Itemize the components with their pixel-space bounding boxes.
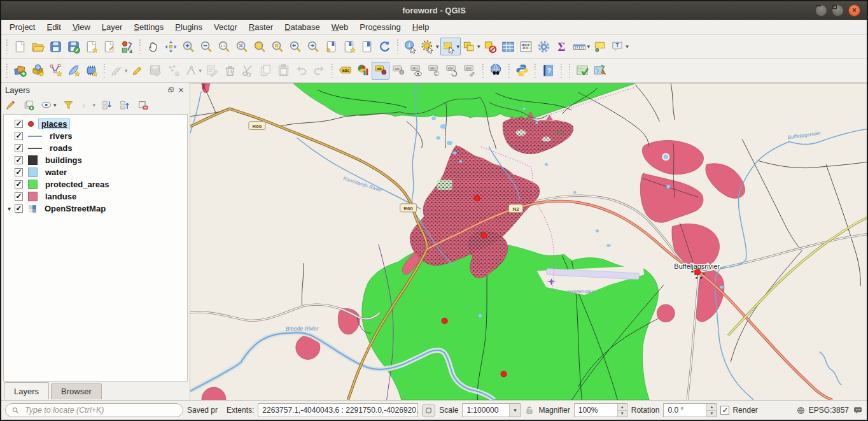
new-spatialite-layer-button[interactable] bbox=[64, 62, 82, 80]
toolbar-handle[interactable] bbox=[330, 64, 334, 78]
layer-checkbox[interactable]: ✓ bbox=[15, 204, 23, 213]
close-button[interactable]: × bbox=[848, 4, 860, 17]
layer-checkbox[interactable]: ✓ bbox=[15, 168, 23, 176]
bookmark-manager-button[interactable] bbox=[358, 38, 375, 55]
pan-map-button[interactable] bbox=[144, 38, 162, 55]
layer-item-protected_areas[interactable]: ✓protected_areas bbox=[4, 178, 187, 190]
magnifier-spinner[interactable]: 100% ▲▼ bbox=[574, 403, 627, 417]
expander-icon[interactable]: ▾ bbox=[4, 206, 15, 212]
layer-label[interactable]: protected_areas bbox=[43, 180, 111, 189]
scale-combo[interactable]: 1:100000 ▾ bbox=[462, 403, 521, 417]
chevron-down-icon[interactable]: ▾ bbox=[53, 102, 57, 108]
zoom-full-button[interactable] bbox=[233, 38, 251, 55]
layer-diagram-options-button[interactable] bbox=[354, 62, 372, 80]
toolbar-handle[interactable] bbox=[567, 64, 571, 78]
measure-line-button[interactable]: ▾ bbox=[571, 38, 592, 55]
change-label-button[interactable]: abc bbox=[461, 62, 479, 80]
show-hide-labels-button[interactable]: abc bbox=[407, 62, 425, 80]
rotation-spinner[interactable]: 0.0 ° ▲▼ bbox=[663, 403, 717, 417]
zoom-to-layer-button[interactable] bbox=[269, 38, 286, 55]
panel-tab-layers[interactable]: Layers bbox=[4, 382, 49, 399]
select-features-button[interactable]: ▾ bbox=[440, 38, 461, 55]
chevron-down-icon[interactable]: ▾ bbox=[93, 102, 96, 108]
layer-label[interactable]: landuse bbox=[43, 192, 79, 201]
toolbar-handle[interactable] bbox=[395, 39, 400, 54]
zoom-in-button[interactable] bbox=[179, 38, 197, 55]
new-geopackage-layer-button[interactable] bbox=[29, 62, 46, 80]
redo-button[interactable] bbox=[310, 62, 328, 80]
layer-checkbox[interactable]: ✓ bbox=[15, 192, 23, 201]
zoom-to-selection-button[interactable] bbox=[251, 38, 269, 55]
layer-item-openstreetmap[interactable]: ▾✓OpenStreetMap bbox=[4, 203, 187, 215]
chevron-down-icon[interactable]: ▾ bbox=[199, 68, 202, 74]
spinner-arrows[interactable]: ▲▼ bbox=[617, 404, 627, 417]
layer-item-roads[interactable]: ✓roads bbox=[4, 142, 187, 154]
new-project-button[interactable] bbox=[11, 38, 29, 55]
menu-project[interactable]: Project bbox=[4, 20, 41, 34]
toolbar-handle[interactable] bbox=[137, 39, 142, 54]
panel-close-button[interactable] bbox=[176, 85, 186, 96]
toolbar-handle[interactable] bbox=[4, 39, 9, 54]
locate-input[interactable] bbox=[24, 405, 177, 415]
map-canvas[interactable]: Swellendam bbox=[190, 83, 867, 400]
layer-labeling-options-button[interactable]: abc bbox=[336, 62, 354, 80]
layer-item-water[interactable]: ✓water bbox=[4, 166, 187, 178]
zoom-out-button[interactable] bbox=[197, 38, 215, 55]
move-label-button[interactable]: abc bbox=[425, 62, 443, 80]
save-layer-edits-button[interactable] bbox=[147, 62, 165, 80]
extents-toggle-button[interactable] bbox=[422, 404, 435, 417]
new-bookmark-button[interactable] bbox=[322, 38, 340, 55]
menu-database[interactable]: Database bbox=[279, 20, 326, 34]
toolbar-handle[interactable] bbox=[533, 64, 537, 78]
processing-toolbox-button[interactable] bbox=[535, 38, 553, 55]
layer-item-rivers[interactable]: ✓rivers bbox=[4, 130, 187, 142]
refresh-map-button[interactable] bbox=[375, 38, 393, 55]
layer-item-landuse[interactable]: ✓landuse bbox=[4, 190, 187, 203]
filter-legend-button[interactable] bbox=[61, 98, 76, 113]
menu-view[interactable]: View bbox=[67, 20, 96, 34]
filter-by-expression-button[interactable]: ε▾ bbox=[79, 98, 97, 113]
menu-plugins[interactable]: Plugins bbox=[169, 20, 208, 34]
chevron-down-icon[interactable]: ▾ bbox=[125, 68, 128, 74]
save-project-button[interactable] bbox=[46, 38, 64, 55]
delete-selected-button[interactable] bbox=[221, 62, 239, 80]
layer-checkbox[interactable]: ✓ bbox=[15, 156, 23, 164]
data-source-manager-button[interactable] bbox=[11, 62, 29, 80]
layer-label[interactable]: buildings bbox=[43, 155, 85, 165]
highlight-pinned-labels-button[interactable]: ab bbox=[389, 62, 407, 80]
toolbar-handle[interactable] bbox=[480, 64, 485, 78]
style-manager-button[interactable]: a bbox=[118, 38, 136, 55]
panel-tab-browser[interactable]: Browser bbox=[51, 383, 102, 399]
map-tips-button[interactable] bbox=[591, 38, 609, 55]
layer-checkbox[interactable]: ✓ bbox=[15, 144, 23, 152]
layer-checkbox[interactable]: ✓ bbox=[15, 180, 23, 189]
layer-checkbox[interactable]: ✓ bbox=[15, 132, 23, 140]
menu-layer[interactable]: Layer bbox=[96, 20, 129, 34]
menu-settings[interactable]: Settings bbox=[128, 20, 169, 34]
osm-place-search-button[interactable] bbox=[573, 62, 591, 80]
add-group-button[interactable] bbox=[22, 98, 36, 113]
menu-processing[interactable]: Processing bbox=[354, 20, 406, 34]
lock-icon[interactable] bbox=[524, 405, 535, 415]
menu-vector[interactable]: Vector bbox=[208, 20, 243, 34]
toolbar-handle[interactable] bbox=[4, 64, 9, 78]
multiedit-attributes-button[interactable] bbox=[203, 62, 221, 80]
pin-unpin-labels-button[interactable]: ab bbox=[372, 62, 389, 80]
remove-layer-button[interactable] bbox=[136, 98, 150, 113]
paste-features-button[interactable] bbox=[274, 62, 292, 80]
chevron-down-icon[interactable]: ▾ bbox=[436, 43, 439, 50]
title-bar[interactable]: foreword - QGIS × bbox=[1, 1, 867, 20]
layer-checkbox[interactable]: ✓ bbox=[15, 120, 23, 128]
expand-all-button[interactable] bbox=[100, 98, 115, 113]
deselect-features-button[interactable] bbox=[482, 38, 500, 55]
render-checkbox[interactable]: ✓ Render bbox=[720, 406, 757, 415]
crs-indicator[interactable]: EPSG:3857 bbox=[796, 406, 849, 415]
cut-features-button[interactable] bbox=[239, 62, 256, 80]
text-annotation-button[interactable]: T▾ bbox=[609, 38, 630, 55]
rotate-label-button[interactable]: abc bbox=[443, 62, 461, 80]
show-layout-manager-button[interactable] bbox=[100, 38, 118, 55]
collapse-all-button[interactable] bbox=[118, 98, 132, 113]
statistical-summary-button[interactable]: Σ bbox=[553, 38, 571, 55]
select-features-by-value-button[interactable]: ▾ bbox=[461, 38, 482, 55]
python-console-button[interactable] bbox=[513, 62, 531, 80]
